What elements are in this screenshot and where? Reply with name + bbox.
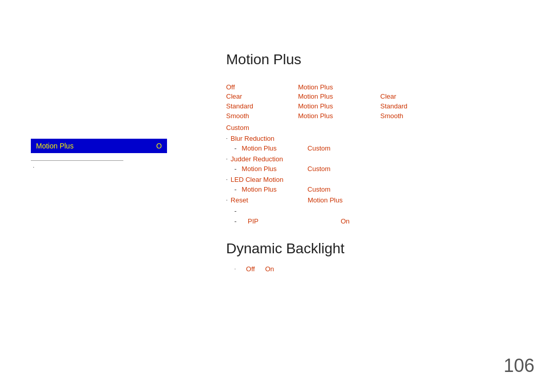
option-motion-plus-clear: Motion Plus — [298, 92, 380, 100]
pip-label: PIP — [248, 217, 258, 225]
judder-reduction-row: · Judder Reduction — [226, 155, 545, 163]
options-grid: Clear Motion Plus Clear Standard Motion … — [226, 92, 545, 120]
blur-dash: - — [234, 144, 236, 152]
custom-label: Custom — [226, 124, 545, 132]
judder-custom: Custom — [307, 165, 330, 173]
led-right-values: Motion Plus Custom — [242, 185, 330, 193]
led-motion-plus: Motion Plus — [242, 185, 276, 193]
option-standard-value: Standard — [380, 102, 442, 110]
pip-values: PIP On — [248, 217, 349, 225]
bullet-reset: · — [226, 197, 228, 203]
option-col3 — [380, 83, 442, 91]
sidebar-item-motion-plus[interactable]: Motion Plus O — [31, 139, 167, 153]
judder-reduction-values: - Motion Plus Custom — [226, 165, 545, 173]
reset-dash: - — [234, 207, 236, 215]
sidebar-sub-text: · — [31, 164, 167, 170]
option-off: Off — [226, 83, 298, 91]
option-clear: Clear — [226, 92, 298, 100]
option-smooth: Smooth — [226, 112, 298, 120]
option-motion-plus-standard: Motion Plus — [298, 102, 380, 110]
reset-value: Motion Plus — [308, 196, 343, 204]
dynamic-backlight-section: Dynamic Backlight · Off On — [226, 240, 545, 273]
option-motion-plus-smooth: Motion Plus — [298, 112, 380, 120]
blur-custom: Custom — [307, 144, 330, 152]
backlight-bullet: · — [234, 266, 236, 272]
backlight-off: Off — [246, 265, 255, 273]
main-content: Motion Plus Off Motion Plus Clear Motion… — [226, 51, 545, 273]
option-col4-standard — [442, 102, 504, 110]
judder-motion-plus: Motion Plus — [242, 165, 276, 173]
top-options-row: Off Motion Plus — [226, 83, 545, 91]
sidebar: Motion Plus O · — [31, 139, 167, 170]
sidebar-item-value: O — [156, 142, 162, 150]
led-custom: Custom — [307, 185, 330, 193]
section2-title: Dynamic Backlight — [226, 240, 545, 257]
pip-row: - PIP On — [226, 217, 545, 225]
option-col4 — [442, 83, 504, 91]
judder-reduction-label: Judder Reduction — [231, 155, 298, 163]
bullet-led: · — [226, 177, 228, 182]
bullet-blur: · — [226, 136, 228, 141]
reset-label: Reset — [231, 196, 298, 204]
option-standard: Standard — [226, 102, 298, 110]
blur-reduction-row: · Blur Reduction — [226, 135, 545, 142]
led-dash: - — [234, 185, 236, 193]
blur-reduction-label: Blur Reduction — [231, 135, 298, 142]
pip-on: On — [341, 217, 349, 225]
option-motion-plus-header: Motion Plus — [298, 83, 380, 91]
option-smooth-value: Smooth — [380, 112, 442, 120]
judder-right-values: Motion Plus Custom — [242, 165, 330, 173]
option-col4-smooth — [442, 112, 504, 120]
bullet-judder: · — [226, 156, 228, 162]
reset-row: · Reset Motion Plus — [226, 196, 545, 204]
sidebar-item-label: Motion Plus — [36, 142, 73, 150]
led-clear-motion-row: · LED Clear Motion — [226, 176, 545, 183]
option-clear-value: Clear — [380, 92, 442, 100]
sidebar-divider — [31, 160, 123, 161]
blur-right-values: Motion Plus Custom — [242, 144, 330, 152]
pip-dash: - — [234, 217, 243, 225]
led-clear-motion-label: LED Clear Motion — [231, 176, 298, 183]
backlight-on: On — [265, 265, 274, 273]
blur-motion-plus: Motion Plus — [242, 144, 276, 152]
led-clear-motion-values: - Motion Plus Custom — [226, 185, 545, 193]
page-number: 106 — [504, 355, 534, 377]
reset-dash-row: - — [226, 206, 545, 215]
section1-title: Motion Plus — [226, 51, 545, 68]
judder-dash: - — [234, 165, 236, 173]
blur-reduction-values: - Motion Plus Custom — [226, 144, 545, 152]
option-col4-clear — [442, 92, 504, 100]
custom-section: Custom · Blur Reduction - Motion Plus Cu… — [226, 124, 545, 225]
backlight-options: · Off On — [226, 265, 545, 273]
